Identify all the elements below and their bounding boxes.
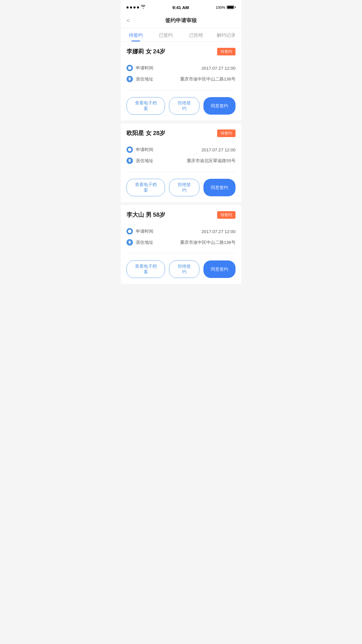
tab-bar: 待签约 已签约 已拒绝 解约记录 [121, 28, 241, 42]
address-label-2: 居住地址 [136, 158, 153, 164]
apply-time-value-1: 2017.07.27 12:00 [201, 66, 236, 71]
location-icon-3 [126, 239, 133, 246]
signal-dot2 [130, 6, 132, 8]
reject-button-1[interactable]: 拒绝签约 [169, 97, 199, 115]
status-badge-1: 待签约 [217, 48, 236, 55]
signal-area [126, 5, 146, 10]
main-content: 李娜莉 女 24岁 待签约 申请时间 2017.07.27 12:00 [121, 42, 241, 284]
divider-1 [126, 90, 236, 90]
address-left-2: 居住地址 [126, 158, 153, 164]
card-info-1: 申请时间 2017.07.27 12:00 居住地址 重庆市渝中区中山二路136… [126, 60, 236, 87]
apply-label-3: 申请时间 [136, 229, 153, 234]
address-value-1: 重庆市渝中区中山二路136号 [180, 76, 236, 82]
divider-3 [126, 253, 236, 253]
clock-icon-3 [126, 228, 133, 235]
tab-signed[interactable]: 已签约 [151, 28, 181, 41]
signal-dot3 [133, 6, 136, 8]
nav-bar: < 签约申请审核 [121, 13, 241, 28]
status-badge-2: 待签约 [217, 130, 236, 137]
battery-area: 100% [216, 5, 236, 10]
clock-icon-2 [126, 146, 133, 153]
patient-card-1: 李娜莉 女 24岁 待签约 申请时间 2017.07.27 12:00 [121, 42, 241, 120]
patient-name-2: 欧阳星 女 28岁 [126, 129, 165, 137]
card-header-2: 欧阳星 女 28岁 待签约 [126, 129, 236, 137]
apply-label-2: 申请时间 [136, 147, 153, 153]
apply-label-1: 申请时间 [136, 65, 153, 71]
address-left-3: 居住地址 [126, 239, 153, 246]
clock-icon-1 [126, 65, 133, 71]
battery-icon [227, 6, 236, 9]
agree-button-3[interactable]: 同意签约 [203, 260, 236, 278]
card-header-1: 李娜莉 女 24岁 待签约 [126, 48, 236, 55]
address-row-2: 居住地址 重庆市渝北区翠渝路55号 [126, 155, 236, 166]
address-row-1: 居住地址 重庆市渝中区中山二路136号 [126, 74, 236, 85]
view-file-button-1[interactable]: 查看电子档案 [126, 97, 165, 115]
apply-time-row-3: 申请时间 2017.07.27 12:00 [126, 226, 236, 237]
apply-left-1: 申请时间 [126, 65, 153, 71]
patient-name-1: 李娜莉 女 24岁 [126, 48, 165, 55]
status-badge-3: 待签约 [217, 211, 236, 219]
patient-name-3: 李大山 男 58岁 [126, 211, 165, 219]
address-left-1: 居住地址 [126, 76, 153, 82]
battery-percent: 100% [216, 5, 225, 10]
apply-time-row-2: 申请时间 2017.07.27 12:00 [126, 144, 236, 155]
apply-left-2: 申请时间 [126, 146, 153, 153]
apply-time-value-2: 2017.07.27 12:00 [201, 147, 236, 152]
patient-card-3: 李大山 男 58岁 待签约 申请时间 2017.07.27 12:00 [121, 205, 241, 284]
address-label-1: 居住地址 [136, 76, 153, 82]
address-value-3: 重庆市渝中区中山二路136号 [180, 240, 236, 245]
agree-button-2[interactable]: 同意签约 [203, 179, 236, 196]
card-info-2: 申请时间 2017.07.27 12:00 居住地址 重庆市渝北区翠渝路55号 [126, 142, 236, 169]
card-info-3: 申请时间 2017.07.27 12:00 居住地址 重庆市渝中区中山二路136… [126, 223, 236, 250]
view-file-button-2[interactable]: 查看电子档案 [126, 179, 165, 196]
patient-card-2: 欧阳星 女 28岁 待签约 申请时间 2017.07.27 12:00 [121, 123, 241, 202]
tab-pending[interactable]: 待签约 [121, 28, 151, 41]
reject-button-3[interactable]: 拒绝签约 [169, 260, 199, 278]
signal-dot1 [126, 6, 129, 8]
card-actions-2: 查看电子档案 拒绝签约 同意签约 [126, 175, 236, 196]
signal-dot4 [137, 6, 139, 8]
apply-time-row-1: 申请时间 2017.07.27 12:00 [126, 62, 236, 74]
apply-time-value-3: 2017.07.27 12:00 [201, 229, 236, 234]
card-actions-3: 查看电子档案 拒绝签约 同意签约 [126, 256, 236, 278]
status-bar: 9:41 AM 100% [121, 0, 241, 13]
wifi-icon [140, 5, 146, 10]
page-title: 签约申请审核 [165, 17, 197, 24]
card-actions-1: 查看电子档案 拒绝签约 同意签约 [126, 93, 236, 115]
location-icon-1 [126, 76, 133, 82]
agree-button-1[interactable]: 同意签约 [203, 97, 236, 115]
address-row-3: 居住地址 重庆市渝中区中山二路136号 [126, 237, 236, 248]
address-label-3: 居住地址 [136, 240, 153, 245]
reject-button-2[interactable]: 拒绝签约 [169, 179, 199, 196]
tab-history[interactable]: 解约记录 [211, 28, 242, 41]
tab-rejected[interactable]: 已拒绝 [181, 28, 211, 41]
back-button[interactable]: < [126, 17, 130, 24]
address-value-2: 重庆市渝北区翠渝路55号 [187, 158, 236, 164]
view-file-button-3[interactable]: 查看电子档案 [126, 260, 165, 278]
divider-2 [126, 172, 236, 172]
status-time: 9:41 AM [172, 5, 189, 10]
apply-left-3: 申请时间 [126, 228, 153, 235]
card-header-3: 李大山 男 58岁 待签约 [126, 211, 236, 219]
location-icon-2 [126, 158, 133, 164]
